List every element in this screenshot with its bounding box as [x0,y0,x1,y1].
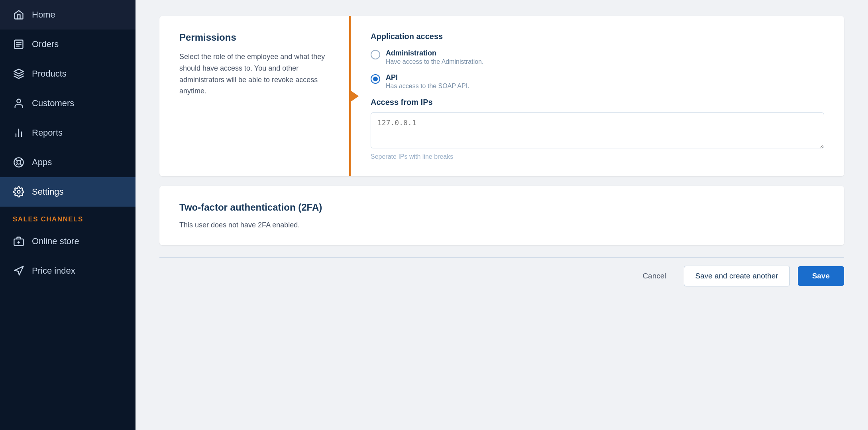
permissions-title: Permissions [179,32,329,43]
radio-api[interactable] [371,74,380,84]
svg-marker-19 [15,266,24,275]
sidebar-item-products-label: Products [32,69,67,79]
svg-point-5 [17,99,20,103]
radio-option-api[interactable]: API Has access to the SOAP API. [371,73,824,90]
radio-api-text: API Has access to the SOAP API. [386,73,469,90]
svg-line-11 [16,159,18,161]
sales-channels-label: SALES CHANNELS [0,207,136,227]
sidebar-item-home[interactable]: Home [0,0,136,30]
sidebar-item-customers[interactable]: Customers [0,89,136,118]
access-ips-title: Access from IPs [371,98,824,107]
sidebar: Home Orders Products [0,0,136,430]
sidebar-item-apps-label: Apps [32,157,52,168]
sidebar-item-orders[interactable]: Orders [0,30,136,59]
sidebar-item-products[interactable]: Products [0,59,136,89]
cancel-button[interactable]: Cancel [633,266,676,286]
sidebar-item-reports-label: Reports [32,128,63,138]
orders-icon [13,38,25,50]
app-access-title: Application access [371,32,824,41]
permissions-card: Permissions Select the role of the emplo… [159,16,844,176]
settings-icon [13,186,25,198]
home-icon [13,9,25,21]
sidebar-item-customers-label: Customers [32,98,74,108]
radio-option-administration[interactable]: Administration Have access to the Admini… [371,49,824,65]
svg-line-12 [20,164,22,166]
apps-icon [13,156,25,168]
twofa-description: This user does not have 2FA enabled. [179,221,824,229]
radio-api-sublabel: Has access to the SOAP API. [386,83,469,90]
svg-line-13 [20,159,22,161]
sidebar-item-price-index[interactable]: Price index [0,256,136,286]
reports-icon [13,127,25,139]
sidebar-item-home-label: Home [32,10,55,20]
radio-administration[interactable] [371,50,380,59]
sidebar-item-online-store-label: Online store [32,236,79,247]
sidebar-item-settings[interactable]: Settings [0,177,136,207]
svg-point-15 [18,191,20,193]
sidebar-item-online-store[interactable]: Online store [0,227,136,256]
footer-bar: Cancel Save and create another Save [159,257,844,290]
radio-administration-text: Administration Have access to the Admini… [386,49,483,65]
permissions-left-panel: Permissions Select the role of the emplo… [159,16,351,176]
radio-administration-sublabel: Have access to the Administration. [386,58,483,65]
customers-icon [13,97,25,109]
price-index-icon [13,265,25,277]
sidebar-item-orders-label: Orders [32,39,59,49]
twofa-card: Two-factor authentication (2FA) This use… [159,186,844,245]
products-icon [13,68,25,80]
radio-administration-label: Administration [386,49,483,57]
sidebar-item-price-index-label: Price index [32,266,75,276]
sidebar-item-settings-label: Settings [32,187,64,197]
svg-line-14 [16,164,18,166]
twofa-title: Two-factor authentication (2FA) [179,202,824,213]
main-content: Permissions Select the role of the emplo… [136,0,868,430]
sidebar-item-reports[interactable]: Reports [0,118,136,148]
access-ips-hint: Seperate IPs with line breaks [371,153,824,160]
save-and-create-another-button[interactable]: Save and create another [684,266,790,286]
radio-api-label: API [386,73,469,82]
store-icon [13,235,25,247]
permissions-description: Select the role of the employee and what… [179,51,329,97]
access-ips-input[interactable] [371,112,824,148]
sidebar-item-apps[interactable]: Apps [0,148,136,177]
svg-marker-4 [14,69,23,74]
permissions-right-panel: Application access Administration Have a… [351,16,844,176]
save-button[interactable]: Save [798,266,844,286]
